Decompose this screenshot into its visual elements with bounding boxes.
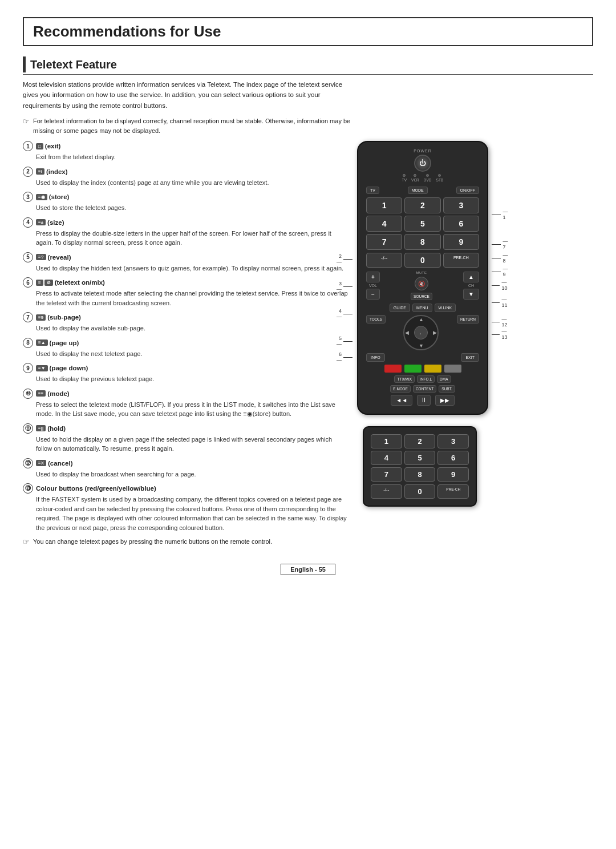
feature-number-9: 9 bbox=[23, 363, 33, 373]
feature-desc-5: Used to display the hidden text (answers… bbox=[36, 264, 348, 273]
top-controls-row: TV MODE ON/OFF bbox=[366, 187, 479, 194]
num-0[interactable]: 0 bbox=[404, 253, 440, 268]
feature-label-4: (size) bbox=[47, 219, 64, 226]
num-8[interactable]: 8 bbox=[404, 234, 440, 250]
ann-left-6: 6 — bbox=[334, 352, 352, 362]
left-annotation-labels: 2 — 3 — 4 — 5 — 6 — bbox=[334, 141, 352, 362]
yellow-btn[interactable] bbox=[424, 365, 441, 373]
prech-btn[interactable]: PRE-CH bbox=[443, 253, 479, 268]
feature-header-4: 4 ≡± (size) bbox=[23, 217, 348, 228]
guide-btn[interactable]: GUIDE bbox=[390, 304, 410, 312]
ann-left-2: 2 — bbox=[334, 254, 352, 264]
tv-btn[interactable]: TV bbox=[366, 187, 379, 194]
emode-btn[interactable]: E.MODE bbox=[390, 385, 411, 393]
ann-12: — 12 bbox=[492, 317, 510, 327]
feature-item-9: 9 ≡▼ (page down) Used to display the pre… bbox=[23, 363, 348, 384]
wlink-btn[interactable]: W.LINK bbox=[435, 304, 456, 312]
ch-down-btn[interactable]: ▼ bbox=[463, 289, 479, 300]
feature-desc-10: Press to select the teletext mode (LIST/… bbox=[36, 400, 348, 419]
color-buttons-row bbox=[366, 365, 479, 373]
dash-btn[interactable]: -/-- bbox=[366, 253, 402, 268]
power-button[interactable]: ⏻ bbox=[414, 155, 431, 172]
src-tv: TV bbox=[402, 174, 407, 182]
feature-icon-12: ≡X bbox=[36, 460, 46, 466]
blue-btn[interactable] bbox=[444, 365, 461, 373]
tools-btn[interactable]: TOOLS bbox=[366, 315, 386, 324]
numeric-keypad: 1 2 3 4 5 6 7 8 9 bbox=[366, 197, 479, 250]
dpad-down-btn[interactable]: ▼ bbox=[419, 343, 424, 349]
feature-header-3: 3 ≡◉ (store) bbox=[23, 192, 348, 202]
ttxmix-btn[interactable]: TTX/MIX bbox=[394, 375, 415, 383]
feature-label-2: (index) bbox=[46, 168, 68, 175]
onoff-btn[interactable]: ON/OFF bbox=[456, 187, 479, 194]
vol-down-btn[interactable]: − bbox=[366, 289, 380, 300]
subt-btn[interactable]: SUBT. bbox=[439, 385, 455, 393]
return-btn[interactable]: RETURN bbox=[457, 315, 479, 324]
red-btn[interactable] bbox=[384, 365, 402, 373]
ff-btn[interactable]: ▶▶ bbox=[435, 395, 455, 406]
feature-header-9: 9 ≡▼ (page down) bbox=[23, 363, 348, 373]
sn-dash[interactable]: -/-- bbox=[371, 484, 402, 499]
dpad-center-btn[interactable] bbox=[414, 326, 428, 339]
num-2[interactable]: 2 bbox=[404, 197, 440, 213]
sn-prech[interactable]: PRE-CH bbox=[437, 484, 469, 499]
sn-4[interactable]: 4 bbox=[371, 451, 402, 465]
feature-number-2: 2 bbox=[23, 167, 33, 177]
sn-1[interactable]: 1 bbox=[371, 434, 402, 448]
sn-5[interactable]: 5 bbox=[404, 451, 436, 465]
section-title: Teletext Feature bbox=[30, 58, 117, 71]
small-bottom-row: -/-- 0 PRE-CH bbox=[371, 484, 469, 499]
mute-btn[interactable]: 🔇 bbox=[415, 277, 428, 290]
dma-btn[interactable]: DMA bbox=[437, 375, 451, 383]
ann-10: — 10 bbox=[492, 280, 510, 290]
power-label: POWER bbox=[414, 149, 431, 153]
num-7[interactable]: 7 bbox=[366, 234, 402, 250]
feature-label-11: (hold) bbox=[47, 425, 66, 432]
feature-number-3: 3 bbox=[23, 192, 33, 202]
feature-number-5: 5 bbox=[23, 252, 33, 262]
sn-2[interactable]: 2 bbox=[404, 434, 436, 448]
feature-desc-13: If the FASTEXT system is used by a broad… bbox=[36, 495, 348, 532]
sn-3[interactable]: 3 bbox=[437, 434, 469, 448]
feature-number-6: 6 bbox=[23, 277, 33, 288]
vol-up-btn[interactable]: + bbox=[366, 272, 380, 282]
sn-6[interactable]: 6 bbox=[437, 451, 469, 465]
feature-item-2: 2 ≡i (index) Used to display the index (… bbox=[23, 167, 348, 188]
mute-label-text: MUTE bbox=[416, 271, 427, 274]
sn-8[interactable]: 8 bbox=[404, 467, 436, 482]
pause-btn[interactable]: II bbox=[417, 395, 431, 406]
feature-icon-1: □ bbox=[36, 143, 43, 149]
page-title-box: Recommendations for Use bbox=[23, 17, 593, 46]
source-btn[interactable]: SOURCE bbox=[411, 293, 432, 300]
num-5[interactable]: 5 bbox=[404, 216, 440, 232]
annotation-labels: — 1 — 7 — 8 — 9 — 10 — 11 — 12 — 13 bbox=[492, 141, 510, 339]
green-btn[interactable] bbox=[404, 365, 422, 373]
dpad-left-btn[interactable]: ◀ bbox=[405, 330, 409, 335]
exit-btn[interactable]: EXIT bbox=[461, 353, 479, 362]
num-3[interactable]: 3 bbox=[443, 197, 479, 213]
ch-up-btn[interactable]: ▲ bbox=[463, 272, 479, 282]
rewind-btn[interactable]: ◄◄ bbox=[391, 395, 412, 406]
num-6[interactable]: 6 bbox=[443, 216, 479, 232]
sn-7[interactable]: 7 bbox=[371, 467, 402, 482]
sn-9[interactable]: 9 bbox=[437, 467, 469, 482]
ttx-row: TTX/MIX INFO.L DMA bbox=[366, 375, 479, 383]
menu-btn[interactable]: MENU bbox=[412, 304, 432, 312]
mode-btn[interactable]: MODE bbox=[408, 187, 428, 194]
content-btn[interactable]: CONTENT bbox=[413, 385, 436, 393]
infol-btn[interactable]: INFO.L bbox=[417, 375, 435, 383]
dpad-right-btn[interactable]: ▶ bbox=[433, 330, 437, 335]
page-title: Recommendations for Use bbox=[33, 23, 221, 40]
page-footer: English - 55 bbox=[23, 564, 593, 575]
feature-desc-9: Used to display the previous teletext pa… bbox=[36, 374, 348, 384]
feature-label-9: (page down) bbox=[50, 365, 88, 371]
feature-icon-8: ≡▲ bbox=[36, 339, 48, 346]
dpad-up-btn[interactable]: ▲ bbox=[419, 317, 424, 322]
feature-item-10: ⑩ ≡≡ (mode) Press to select the teletext… bbox=[23, 389, 348, 419]
info-btn[interactable]: INFO bbox=[366, 353, 385, 362]
num-1[interactable]: 1 bbox=[366, 197, 402, 213]
num-4[interactable]: 4 bbox=[366, 216, 402, 232]
sn-0[interactable]: 0 bbox=[404, 484, 436, 499]
info-exit-row: INFO EXIT bbox=[366, 353, 479, 362]
num-9[interactable]: 9 bbox=[443, 234, 479, 250]
